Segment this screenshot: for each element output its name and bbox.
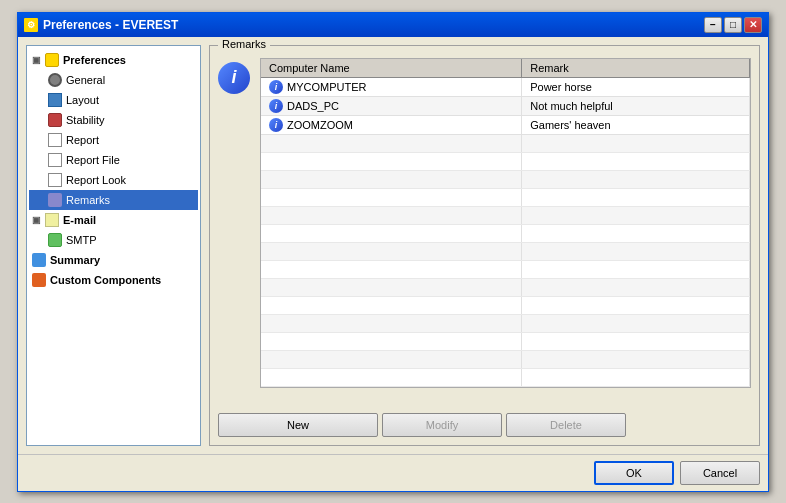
cell-remark-0: Power horse <box>522 77 750 96</box>
empty-row <box>261 314 750 332</box>
remarks-table-container[interactable]: Computer Name Remark i <box>260 58 751 388</box>
sidebar-item-email[interactable]: ▣ E-mail <box>29 210 198 230</box>
sidebar-label-custom: Custom Components <box>50 274 161 286</box>
sidebar-label-email: E-mail <box>63 214 96 226</box>
sidebar-item-custom-components[interactable]: Custom Components <box>29 270 198 290</box>
new-button[interactable]: New <box>218 413 378 437</box>
expand-email-icon: ▣ <box>31 215 41 225</box>
report-look-icon <box>47 172 63 188</box>
cell-computer: i DADS_PC <box>261 96 522 115</box>
empty-row <box>261 152 750 170</box>
table-row[interactable]: i ZOOMZOOM Gamers' heaven <box>261 115 750 134</box>
title-bar: ⚙ Preferences - EVEREST − □ ✕ <box>18 13 768 37</box>
report-icon <box>47 132 63 148</box>
maximize-button[interactable]: □ <box>724 17 742 33</box>
empty-row <box>261 368 750 386</box>
sidebar-label-stability: Stability <box>66 114 105 126</box>
computer-name-2: ZOOMZOOM <box>287 119 353 131</box>
remarks-icon <box>47 192 63 208</box>
empty-row <box>261 188 750 206</box>
sidebar-label-remarks: Remarks <box>66 194 110 206</box>
info-icon: i <box>218 62 250 94</box>
sidebar-item-smtp[interactable]: SMTP <box>29 230 198 250</box>
custom-icon <box>31 272 47 288</box>
sidebar-item-report-file[interactable]: Report File <box>29 150 198 170</box>
empty-row <box>261 350 750 368</box>
layout-icon <box>47 92 63 108</box>
empty-row <box>261 206 750 224</box>
table-row[interactable]: i MYCOMPUTER Power horse <box>261 77 750 96</box>
sidebar-label-report-look: Report Look <box>66 174 126 186</box>
empty-row <box>261 224 750 242</box>
empty-row <box>261 170 750 188</box>
minimize-button[interactable]: − <box>704 17 722 33</box>
sidebar-label-general: General <box>66 74 105 86</box>
expand-icon: ▣ <box>31 55 41 65</box>
computer-name-0: MYCOMPUTER <box>287 81 366 93</box>
window-body: ▣ Preferences General Layout Stability R… <box>18 37 768 454</box>
cell-remark-2: Gamers' heaven <box>522 115 750 134</box>
remarks-table: Computer Name Remark i <box>261 59 750 387</box>
col-remark[interactable]: Remark <box>522 59 750 78</box>
sidebar-label-report: Report <box>66 134 99 146</box>
delete-button[interactable]: Delete <box>506 413 626 437</box>
sidebar-item-remarks[interactable]: Remarks <box>29 190 198 210</box>
close-button[interactable]: ✕ <box>744 17 762 33</box>
bottom-bar: OK Cancel <box>18 454 768 491</box>
modify-button[interactable]: Modify <box>382 413 502 437</box>
empty-row <box>261 134 750 152</box>
prefs-icon <box>44 52 60 68</box>
sidebar: ▣ Preferences General Layout Stability R… <box>26 45 201 446</box>
email-icon <box>44 212 60 228</box>
empty-row <box>261 332 750 350</box>
ok-button[interactable]: OK <box>594 461 674 485</box>
computer-name-1: DADS_PC <box>287 100 339 112</box>
smtp-icon <box>47 232 63 248</box>
empty-row <box>261 260 750 278</box>
row-info-icon: i <box>269 99 283 113</box>
gear-icon <box>47 72 63 88</box>
col-computer-name[interactable]: Computer Name <box>261 59 522 78</box>
title-bar-left: ⚙ Preferences - EVEREST <box>24 18 178 32</box>
report-file-icon <box>47 152 63 168</box>
sidebar-item-stability[interactable]: Stability <box>29 110 198 130</box>
empty-row <box>261 242 750 260</box>
window-icon: ⚙ <box>24 18 38 32</box>
stability-icon <box>47 112 63 128</box>
sidebar-label-report-file: Report File <box>66 154 120 166</box>
cancel-button[interactable]: Cancel <box>680 461 760 485</box>
sidebar-label-summary: Summary <box>50 254 100 266</box>
sidebar-item-report-look[interactable]: Report Look <box>29 170 198 190</box>
sidebar-label-smtp: SMTP <box>66 234 97 246</box>
sidebar-item-preferences[interactable]: ▣ Preferences <box>29 50 198 70</box>
row-info-icon: i <box>269 118 283 132</box>
remarks-header: i Computer Name Remark <box>218 58 751 405</box>
empty-row <box>261 278 750 296</box>
sidebar-item-general[interactable]: General <box>29 70 198 90</box>
main-window: ⚙ Preferences - EVEREST − □ ✕ ▣ Preferen… <box>17 12 769 492</box>
title-bar-buttons: − □ ✕ <box>704 17 762 33</box>
sidebar-item-report[interactable]: Report <box>29 130 198 150</box>
main-content: Remarks i Computer Name Remark <box>209 45 760 446</box>
sidebar-label-preferences: Preferences <box>63 54 126 66</box>
remarks-group-box: Remarks i Computer Name Remark <box>209 45 760 446</box>
group-box-legend: Remarks <box>218 38 270 50</box>
cell-computer: i ZOOMZOOM <box>261 115 522 134</box>
row-info-icon: i <box>269 80 283 94</box>
sidebar-label-layout: Layout <box>66 94 99 106</box>
group-box-inner: i Computer Name Remark <box>210 46 759 445</box>
summary-icon <box>31 252 47 268</box>
empty-row <box>261 296 750 314</box>
cell-computer: i MYCOMPUTER <box>261 77 522 96</box>
window-title: Preferences - EVEREST <box>43 18 178 32</box>
table-row[interactable]: i DADS_PC Not much helpful <box>261 96 750 115</box>
cell-remark-1: Not much helpful <box>522 96 750 115</box>
sidebar-item-layout[interactable]: Layout <box>29 90 198 110</box>
remarks-buttons-row: New Modify Delete <box>218 413 751 437</box>
sidebar-item-summary[interactable]: Summary <box>29 250 198 270</box>
